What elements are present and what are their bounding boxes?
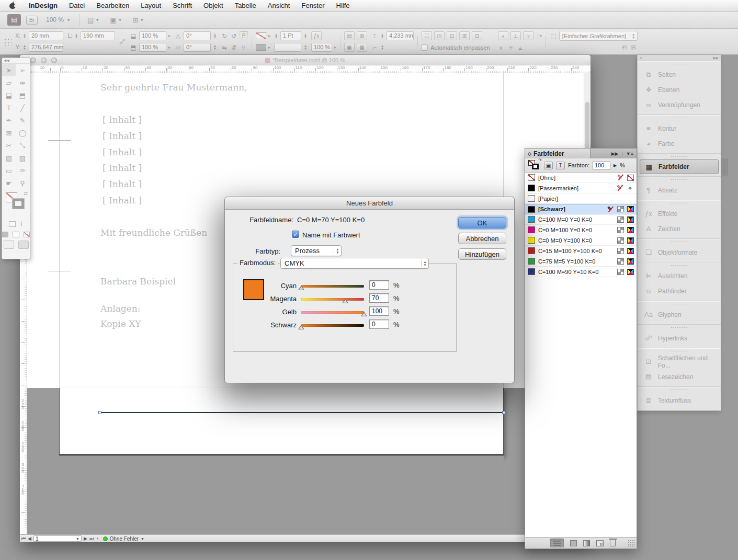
line-tool[interactable]: ╱ — [16, 101, 29, 114]
menu-datei[interactable]: Datei — [63, 2, 90, 9]
chevron-icon[interactable]: ▸ — [168, 33, 171, 38]
gradient-tool[interactable]: ▧ — [2, 152, 16, 164]
stroke-weight-field[interactable]: 1 Pt — [280, 31, 301, 40]
rotation-angle-field[interactable]: 0° — [184, 31, 211, 40]
previous-page-button[interactable]: ◀ — [28, 536, 31, 541]
fit-proportional-button[interactable]: ⊟ — [472, 31, 482, 40]
slider-thumb[interactable] — [361, 312, 367, 316]
dock-item-absatz[interactable]: ¶Absatz — [638, 182, 721, 198]
fill-stroke-proxy[interactable]: ⇄ — [2, 189, 30, 219]
name-with-color-value-checkbox[interactable]: ✓ — [292, 231, 299, 238]
horizontal-ruler[interactable]: 1001020304050607080901001101201301401501… — [27, 65, 591, 73]
swatch-row[interactable]: C=0 M=100 Y=0 K=0 — [525, 225, 637, 235]
dock-drag-handle[interactable] — [638, 325, 721, 330]
swatch-row[interactable]: [Ohne] — [525, 173, 637, 183]
cyan-value-field[interactable]: 0 — [369, 280, 389, 290]
formatting-container-button[interactable]: ▣ — [544, 162, 553, 169]
panel-menu-icon[interactable]: ▼≡ — [626, 151, 633, 156]
schwarz-slider-track[interactable] — [301, 324, 364, 327]
gap-tool[interactable]: ⇹ — [16, 76, 29, 89]
stepper-icon[interactable]: ▲▼ — [213, 45, 217, 50]
dialog-title[interactable]: Neues Farbfeld — [225, 197, 514, 210]
show-gradient-swatches-button[interactable] — [583, 540, 590, 546]
dock-drag-handle[interactable] — [638, 200, 721, 206]
last-page-button[interactable]: ⏭ — [89, 536, 94, 542]
content-collector-tool[interactable]: ⬓ — [2, 89, 16, 101]
apply-none-button[interactable] — [24, 232, 30, 237]
chevron-right-icon[interactable]: ▶ — [614, 163, 617, 168]
new-swatch-button[interactable] — [596, 540, 604, 546]
dock-drag-handle[interactable] — [638, 177, 721, 182]
align-center-button[interactable]: ⊥ — [510, 31, 521, 40]
line-handle-right[interactable] — [502, 411, 505, 414]
apply-gradient-button[interactable] — [13, 232, 19, 237]
menu-hilfe[interactable]: Hilfe — [331, 2, 356, 9]
add-button[interactable]: Hinzufügen — [458, 248, 506, 260]
distribute-left-icon[interactable]: ⫦ — [498, 44, 505, 51]
letter-greeting[interactable]: Sehr geehrte Frau Mustermann, — [100, 82, 247, 93]
select-container-icon[interactable]: ⑂ — [240, 44, 247, 51]
align-left-button[interactable]: ⫞ — [498, 31, 508, 40]
letter-attachments[interactable]: Anlagen: — [100, 303, 140, 314]
preview-view-button[interactable] — [18, 241, 29, 249]
opacity-field[interactable]: 100 % — [311, 43, 332, 52]
stepper-icon[interactable]: ▲▼ — [380, 45, 384, 50]
dock-drag-handle[interactable] — [638, 348, 721, 354]
apply-color-button[interactable] — [2, 232, 8, 237]
distribute-center-icon[interactable]: ⫧ — [507, 44, 515, 51]
pencil-tool[interactable]: ✎ — [16, 114, 29, 127]
fill-stroke-proxy[interactable]: ↷ — [528, 160, 541, 170]
letter-content-line[interactable]: [ Inhalt ] — [103, 131, 142, 141]
stepper-icon[interactable]: ▲▼ — [22, 33, 27, 39]
chevron-icon[interactable]: ▸ — [268, 33, 270, 38]
text-wrap-bounding-button[interactable]: ▥ — [357, 31, 367, 40]
dock-item-lesezeichen[interactable]: ▤Lesezeichen — [638, 369, 721, 384]
expand-dock-icon[interactable]: ▶▶ — [713, 56, 719, 60]
dock-item-verknüpfungen[interactable]: ∞Verknüpfungen — [638, 97, 721, 112]
clear-overrides-icon[interactable]: ⎗ — [621, 44, 628, 51]
dock-item-kontur[interactable]: ≡Kontur — [638, 121, 721, 136]
slider-thumb[interactable] — [342, 299, 348, 303]
swatch-row[interactable]: C=15 M=100 Y=100 K=0 — [525, 246, 637, 256]
free-transform-tool[interactable]: ⤡ — [16, 139, 29, 152]
slider-thumb[interactable] — [298, 325, 304, 329]
show-color-swatches-button[interactable] — [570, 540, 577, 546]
dock-item-hyperlinks[interactable]: ☍Hyperlinks — [638, 330, 721, 346]
dock-drag-handle[interactable] — [638, 387, 721, 393]
pen-tool[interactable]: ✒ — [2, 114, 16, 127]
swatch-row[interactable]: [Papier] — [525, 193, 637, 204]
menu-ansicht[interactable]: Ansicht — [262, 2, 296, 9]
text-wrap-object-button[interactable]: ▣ — [344, 43, 355, 52]
menu-objekt[interactable]: Objekt — [198, 2, 229, 9]
stroke-type-field[interactable] — [274, 43, 301, 52]
view-options-dropdown[interactable]: ▤▼ — [85, 15, 102, 26]
dock-item-seiten[interactable]: ⧉Seiten — [638, 67, 721, 82]
fit-frame-button[interactable]: ◳ — [434, 31, 445, 40]
formatting-text-button[interactable]: T — [556, 162, 565, 169]
hand-tool[interactable]: ☛ — [2, 177, 16, 189]
color-type-dropdown[interactable]: Prozess ▲▼ — [291, 245, 342, 256]
letter-closing[interactable]: Mit freundliche Grüßen — [100, 227, 207, 238]
menu-indesign[interactable]: InDesign — [23, 2, 63, 9]
schwarz-value-field[interactable]: 0 — [369, 319, 389, 329]
letter-content-line[interactable]: [ Inhalt ] — [103, 179, 142, 189]
bridge-button[interactable]: Br — [26, 16, 38, 25]
show-all-swatches-button[interactable] — [550, 539, 564, 547]
shear-angle-field[interactable]: 0° — [184, 43, 211, 52]
y-position-field[interactable]: 276,647 mm — [29, 43, 63, 52]
dock-drag-handle[interactable] — [638, 115, 721, 121]
window-titlebar[interactable]: *Beispieldatei.indd @ 100 % — [20, 55, 591, 65]
swap-fill-stroke-icon[interactable]: ⇄ — [24, 191, 28, 196]
swatch-row[interactable]: C=100 M=0 Y=0 K=0 — [525, 214, 637, 225]
gradient-feather-tool[interactable]: ▨ — [16, 152, 29, 164]
eyedropper-tool[interactable]: ✑ — [16, 164, 29, 177]
gelb-slider-track[interactable] — [301, 311, 364, 314]
dock-drag-handle[interactable] — [638, 239, 721, 245]
cyan-slider-track[interactable] — [301, 285, 364, 288]
formatting-text-button[interactable]: T — [20, 221, 24, 227]
scale-y-field[interactable]: 100 % — [139, 43, 166, 52]
selection-tool[interactable]: ➤ — [2, 64, 16, 76]
stepper-icon[interactable]: ▲▼ — [213, 33, 217, 39]
formatting-container-button[interactable] — [9, 221, 16, 227]
flip-horizontal-icon[interactable]: ⇋ — [221, 44, 228, 51]
